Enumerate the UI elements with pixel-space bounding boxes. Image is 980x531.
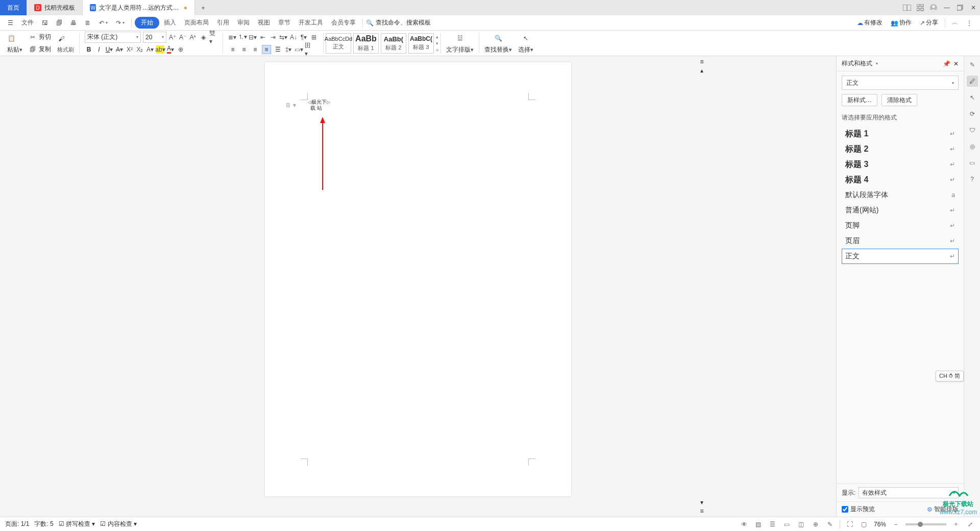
menu-review[interactable]: 审阅 bbox=[234, 16, 253, 29]
enclose-char-button[interactable]: ⊕ bbox=[177, 45, 185, 54]
menu-home[interactable]: 开始 bbox=[135, 17, 159, 29]
view-outline-icon[interactable]: ▤ bbox=[754, 520, 763, 529]
underline-button[interactable]: U▾ bbox=[105, 45, 113, 54]
shading-icon[interactable]: ▭▾ bbox=[295, 45, 303, 54]
page[interactable]: 🗎 ▾ ◁极光下▷ 载 站 bbox=[265, 62, 571, 496]
copy-button[interactable]: 🗐复制 bbox=[29, 43, 51, 56]
document-text[interactable]: ◁极光下▷ 载 站 bbox=[308, 99, 330, 111]
font-size-select[interactable]: 20▾ bbox=[143, 32, 166, 43]
highlight-button[interactable]: ab▾ bbox=[156, 45, 164, 54]
spell-check-toggle[interactable]: ☑ 拼写检查 ▾ bbox=[59, 520, 95, 528]
multilevel-list-icon[interactable]: ⊟▾ bbox=[249, 33, 257, 41]
view-web-icon[interactable]: ☰ bbox=[768, 520, 777, 529]
zoom-value[interactable]: 76% bbox=[874, 521, 886, 528]
share-button[interactable]: ↗ 分享 bbox=[916, 16, 942, 29]
layout-switch-icon[interactable] bbox=[900, 0, 914, 15]
collaborate-button[interactable]: 👥 协作 bbox=[887, 16, 915, 29]
tab-templates[interactable]: D 找稻壳模板 bbox=[27, 0, 83, 15]
ime-indicator[interactable]: CH ⥀ 简 bbox=[936, 371, 964, 381]
menu-view[interactable]: 视图 bbox=[254, 16, 274, 29]
view-fullscreen-icon[interactable]: ⊕ bbox=[811, 520, 820, 529]
line-spacing-icon[interactable]: ‡▾ bbox=[284, 45, 292, 54]
style-gallery-up[interactable]: ▴ bbox=[436, 34, 438, 39]
shrink-font-icon[interactable]: A⁻ bbox=[179, 33, 187, 41]
sidetool-select-icon[interactable]: ↖ bbox=[967, 92, 978, 103]
align-left-button[interactable]: ≡ bbox=[228, 45, 237, 54]
track-changes[interactable]: ☁ 有修改 bbox=[853, 16, 886, 29]
phonetic-icon[interactable]: 雙▾ bbox=[209, 33, 217, 41]
clear-format-icon[interactable]: ◈ bbox=[199, 33, 207, 41]
increase-indent-icon[interactable]: ⇥ bbox=[269, 33, 277, 41]
grow-font-icon[interactable]: A⁺ bbox=[168, 33, 177, 41]
sidetool-styles-icon[interactable]: 🖉 bbox=[967, 76, 978, 87]
save-icon[interactable]: 🖫 bbox=[38, 17, 52, 29]
collapse-ribbon-icon[interactable]: ︿ bbox=[948, 16, 962, 29]
view-print-icon[interactable]: ◫ bbox=[797, 520, 806, 529]
text-effects-button[interactable]: A▾ bbox=[146, 45, 154, 54]
text-direction-icon[interactable]: ⇆▾ bbox=[279, 33, 287, 41]
user-avatar-icon[interactable] bbox=[927, 0, 940, 15]
sort-icon[interactable]: A↓ bbox=[289, 33, 298, 41]
file-menu[interactable]: 文件 bbox=[18, 16, 37, 29]
bullet-list-icon[interactable]: ≣▾ bbox=[228, 33, 236, 41]
tabstop-icon[interactable]: ⊞ bbox=[310, 33, 318, 41]
sidetool-shield-icon[interactable]: 🛡 bbox=[967, 125, 978, 136]
style-row[interactable]: 正文↵ bbox=[842, 249, 959, 264]
change-case-icon[interactable]: Aᵃ bbox=[189, 33, 197, 41]
zoom-out-button[interactable]: − bbox=[891, 520, 900, 529]
command-search[interactable]: 🔍 查找命令、搜索模板 bbox=[366, 18, 431, 27]
current-style-select[interactable]: 正文▾ bbox=[842, 76, 959, 90]
superscript-button[interactable]: X² bbox=[126, 45, 134, 54]
show-preview-checkbox[interactable]: 显示预览 bbox=[842, 505, 875, 514]
minimize-button[interactable]: ― bbox=[940, 0, 953, 15]
paragraph-handle-icon[interactable]: 🗎 ▾ bbox=[285, 102, 296, 109]
print-preview-icon[interactable]: 🗐 bbox=[53, 17, 66, 29]
view-focus-icon[interactable]: ✎ bbox=[825, 520, 835, 529]
cut-button[interactable]: ✂剪切 bbox=[29, 31, 51, 43]
style-row[interactable]: 标题 4↵ bbox=[842, 172, 959, 187]
style-h1[interactable]: AaBb标题 1 bbox=[353, 33, 379, 54]
find-replace-button[interactable]: 🔍 查找替换▾ bbox=[481, 31, 515, 56]
format-painter-button[interactable]: 格式刷 bbox=[57, 46, 74, 54]
align-center-button[interactable]: ≡ bbox=[239, 45, 249, 54]
font-family-select[interactable]: 宋体 (正文)▾ bbox=[85, 32, 141, 43]
number-list-icon[interactable]: ⒈▾ bbox=[238, 33, 247, 41]
paragraph-mark-icon[interactable]: ¶▾ bbox=[300, 33, 308, 41]
sidetool-brush-icon[interactable]: ✎ bbox=[967, 59, 978, 70]
content-check-toggle[interactable]: ☑ 内容检查 ▾ bbox=[100, 520, 137, 528]
style-row[interactable]: 标题 3↵ bbox=[842, 157, 959, 172]
select-button[interactable]: ↖ 选择▾ bbox=[515, 31, 536, 56]
menu-member[interactable]: 会员专享 bbox=[328, 16, 359, 29]
page-indicator[interactable]: 页面: 1/1 bbox=[5, 520, 29, 528]
text-layout-button[interactable]: ☳ 文字排版▾ bbox=[443, 31, 477, 56]
style-body[interactable]: AaBbCcDd正文 bbox=[326, 33, 351, 54]
zoom-slider[interactable] bbox=[905, 523, 946, 525]
align-justify-button[interactable]: ≡ bbox=[262, 45, 271, 54]
close-button[interactable]: ✕ bbox=[967, 0, 980, 15]
style-row[interactable]: 标题 2↵ bbox=[842, 141, 959, 157]
subscript-button[interactable]: X₂ bbox=[136, 45, 144, 54]
app-menu-icon[interactable]: ☰ bbox=[4, 17, 17, 29]
style-gallery-more[interactable]: ≡ bbox=[436, 47, 438, 53]
zoom-actual-icon[interactable]: ▢ bbox=[860, 520, 869, 529]
maximize-button[interactable] bbox=[953, 0, 967, 15]
tab-home[interactable]: 首页 bbox=[0, 0, 27, 15]
new-style-button[interactable]: 新样式… bbox=[842, 94, 877, 106]
tab-document[interactable]: W 文字是人类用符…远的方式和工具 ● bbox=[83, 0, 195, 15]
corner-expand-icon[interactable]: ⤢ bbox=[966, 520, 975, 529]
new-tab-button[interactable]: ＋ bbox=[195, 0, 211, 15]
sidetool-book-icon[interactable]: ▭ bbox=[967, 157, 978, 168]
zoom-fit-icon[interactable]: ⛶ bbox=[845, 520, 854, 529]
menu-page-layout[interactable]: 页面布局 bbox=[181, 16, 212, 29]
export-icon[interactable]: 🗎 bbox=[81, 17, 94, 29]
style-row[interactable]: 标题 1↵ bbox=[842, 126, 959, 141]
close-panel-icon[interactable]: ✕ bbox=[953, 60, 959, 67]
decrease-indent-icon[interactable]: ⇤ bbox=[259, 33, 267, 41]
undo-button[interactable]: ↶▾ bbox=[95, 17, 111, 29]
zoom-in-button[interactable]: ＋ bbox=[951, 520, 961, 529]
style-h3[interactable]: AaBbC(标题 3 bbox=[408, 33, 434, 54]
clear-format-button[interactable]: 清除格式 bbox=[881, 94, 917, 106]
menu-dev-tools[interactable]: 开发工具 bbox=[295, 16, 327, 29]
style-row[interactable]: 普通(网站)↵ bbox=[842, 203, 959, 218]
pin-icon[interactable]: 📌 bbox=[943, 60, 950, 67]
